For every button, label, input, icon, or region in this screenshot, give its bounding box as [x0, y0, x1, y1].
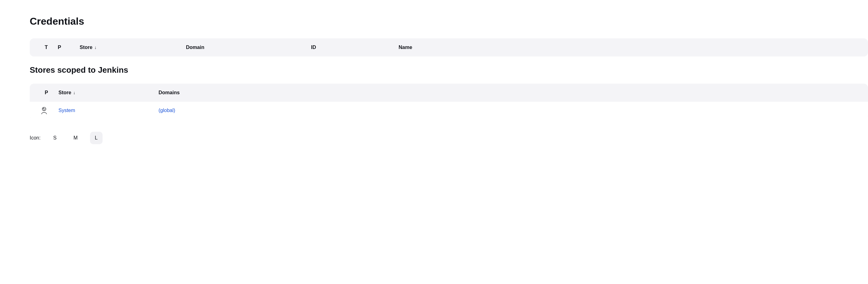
sort-down-icon: ↓: [73, 90, 75, 95]
stores-col-domains[interactable]: Domains: [154, 84, 868, 102]
stores-title: Stores scoped to Jenkins: [30, 65, 868, 75]
domain-global-link[interactable]: (global): [158, 108, 175, 113]
credentials-col-store[interactable]: Store↓: [75, 38, 181, 57]
icon-size-m-button[interactable]: M: [69, 132, 82, 144]
credentials-col-p[interactable]: P: [53, 38, 75, 57]
credentials-col-t[interactable]: T: [30, 38, 53, 57]
icon-size-label: Icon:: [30, 135, 41, 141]
credentials-col-id[interactable]: ID: [306, 38, 394, 57]
stores-table: P Store↓ Domains: [30, 84, 868, 119]
table-row: System (global): [30, 102, 868, 119]
stores-col-p[interactable]: P: [30, 84, 54, 102]
jenkins-icon: [40, 107, 49, 113]
credentials-col-name[interactable]: Name: [394, 38, 868, 57]
sort-down-icon: ↓: [94, 45, 97, 50]
svg-point-2: [45, 109, 45, 109]
page-title: Credentials: [30, 15, 868, 27]
credentials-table: T P Store↓ Domain ID Name: [30, 38, 868, 57]
svg-point-1: [43, 109, 43, 109]
icon-size-control: Icon: S M L: [30, 132, 868, 144]
credentials-col-domain[interactable]: Domain: [181, 38, 306, 57]
stores-col-store[interactable]: Store↓: [54, 84, 154, 102]
store-system-link[interactable]: System: [59, 108, 75, 113]
icon-size-s-button[interactable]: S: [49, 132, 61, 144]
icon-size-l-button[interactable]: L: [90, 132, 102, 144]
